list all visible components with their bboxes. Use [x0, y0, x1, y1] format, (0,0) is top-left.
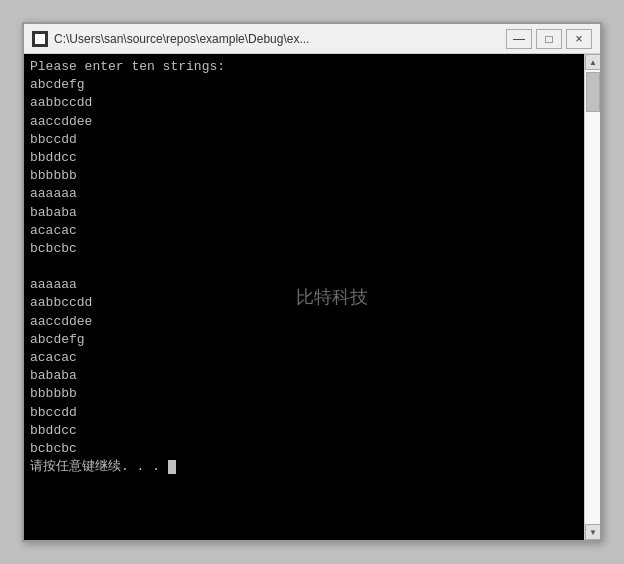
close-button[interactable]: ×	[566, 29, 592, 49]
window-icon	[32, 31, 48, 47]
title-bar: C:\Users\san\source\repos\example\Debug\…	[24, 24, 600, 54]
title-bar-left: C:\Users\san\source\repos\example\Debug\…	[32, 31, 506, 47]
scrollbar-thumb[interactable]	[586, 72, 600, 112]
minimize-button[interactable]: —	[506, 29, 532, 49]
console-content: Please enter ten strings: abcdefg aabbcc…	[24, 54, 584, 540]
scrollbar[interactable]: ▲ ▼	[584, 54, 600, 540]
maximize-button[interactable]: □	[536, 29, 562, 49]
console-text: Please enter ten strings: abcdefg aabbcc…	[30, 58, 578, 476]
console-window: C:\Users\san\source\repos\example\Debug\…	[22, 22, 602, 542]
scrollbar-track	[585, 70, 600, 524]
console-area: Please enter ten strings: abcdefg aabbcc…	[24, 54, 600, 540]
window-title: C:\Users\san\source\repos\example\Debug\…	[54, 32, 309, 46]
title-buttons: — □ ×	[506, 29, 592, 49]
scroll-up-button[interactable]: ▲	[585, 54, 600, 70]
scroll-down-button[interactable]: ▼	[585, 524, 600, 540]
